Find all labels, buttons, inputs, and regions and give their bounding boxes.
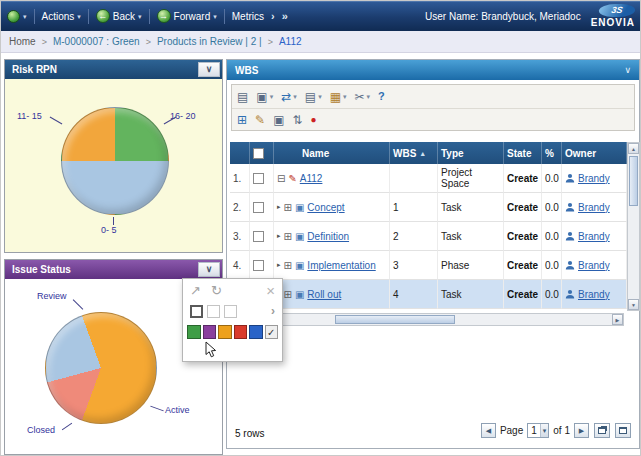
copy-button[interactable]: ▣ ▾ <box>256 91 273 103</box>
breadcrumb-current[interactable]: A112 <box>279 36 302 47</box>
owner-link[interactable]: Brandy <box>578 260 610 271</box>
expand-node-icon[interactable]: ⊞ <box>284 231 292 242</box>
breadcrumb-project-link[interactable]: M-0000007 : Green <box>53 36 140 47</box>
issue-pie-chart[interactable] <box>45 312 157 424</box>
sort-button[interactable]: ⇅ <box>292 114 302 126</box>
edit-button[interactable]: ✎ <box>255 114 265 126</box>
copy-icon: ▣ <box>256 91 267 103</box>
print-options-button[interactable]: ▤ ▾ <box>305 91 322 103</box>
scroll-down-button[interactable]: ▼ <box>628 299 639 310</box>
breadcrumb-home[interactable]: Home <box>9 36 36 47</box>
row-checkbox[interactable] <box>253 173 264 184</box>
color-swatch-red[interactable] <box>234 325 248 339</box>
style-option-selected[interactable] <box>190 305 203 318</box>
popout-window-button[interactable] <box>594 423 610 438</box>
state-column-header[interactable]: State <box>504 142 542 164</box>
toolbar-separator <box>88 9 89 24</box>
actions-menu-button[interactable]: Actions ▾ <box>42 11 81 22</box>
add-task-button[interactable]: ⊞ <box>237 114 247 126</box>
state-header-label: State <box>507 148 531 159</box>
page-select[interactable]: 1 ▾ <box>527 423 549 438</box>
back-arrow-icon: ← <box>96 9 110 23</box>
back-button[interactable]: ← Back ▾ <box>96 9 142 23</box>
table-row[interactable]: 1. ⊟ ✎ A112 Project Space Create 0.0 Bra… <box>230 164 627 193</box>
name-link[interactable]: Definition <box>307 231 349 242</box>
risk-pie-chart[interactable] <box>61 107 169 215</box>
name-link[interactable]: Roll out <box>307 289 341 300</box>
state-cell: Create <box>504 251 542 280</box>
row-number: 3. <box>230 222 250 251</box>
close-icon[interactable]: × <box>266 283 275 298</box>
style-option[interactable] <box>207 305 220 318</box>
breadcrumb-category-link[interactable]: Products in Review | 2 | <box>157 36 262 47</box>
popup-checkbox[interactable]: ✓ <box>265 325 279 339</box>
row-count-label: 5 rows <box>235 428 264 439</box>
more-tools-icon[interactable]: » <box>282 10 288 22</box>
wbs-column-header[interactable]: WBS ▲ <box>390 142 438 164</box>
color-swatch-green[interactable] <box>187 325 201 339</box>
table-row-selected[interactable]: 5. ▸ ⊞ ▣ Roll out 4 Task Create 0.0 Bran… <box>230 280 627 309</box>
collapse-node-icon[interactable]: ⊟ <box>277 173 285 184</box>
table-row[interactable]: 3. ▸ ⊞ ▣ Definition 2 Task Create 0.0 Br… <box>230 222 627 251</box>
expand-node-icon[interactable]: ⊞ <box>284 260 292 271</box>
owner-column-header[interactable]: Owner <box>562 142 627 164</box>
wbs-toolbar-row-1: ▤ ▣ ▾ ⇄ ▾ ▤ ▾ ▦ ▾ ✂ <box>232 85 634 109</box>
owner-link[interactable]: Brandy <box>578 202 610 213</box>
label-tick <box>73 299 84 310</box>
app-menu-button[interactable]: ▾ <box>7 10 27 23</box>
owner-link[interactable]: Brandy <box>578 231 610 242</box>
type-column-header[interactable]: Type <box>438 142 504 164</box>
table-row[interactable]: 2. ▸ ⊞ ▣ Concept 1 Task Create 0.0 Brand… <box>230 193 627 222</box>
color-swatch-blue[interactable] <box>249 325 263 339</box>
vertical-scrollbar[interactable]: ▲ ▼ <box>627 142 640 311</box>
percent-cell: 0.0 <box>542 222 562 251</box>
row-checkbox[interactable] <box>253 231 264 242</box>
chart-view-button[interactable]: ▦ ▾ <box>330 91 347 103</box>
table-row[interactable]: 4. ▸ ⊞ ▣ Implementation 3 Phase Create 0… <box>230 251 627 280</box>
collapse-panel-button[interactable]: ∨ <box>624 65 631 75</box>
color-swatch-purple[interactable] <box>203 325 217 339</box>
expand-node-icon[interactable]: ⊞ <box>284 202 292 213</box>
row-checkbox-cell <box>250 164 274 193</box>
row-checkbox[interactable] <box>253 202 264 213</box>
name-column-header[interactable]: Name <box>274 142 390 164</box>
metrics-button[interactable]: Metrics <box>232 11 264 22</box>
horizontal-scrollbar-thumb[interactable] <box>335 315 455 324</box>
duplicate-button[interactable]: ▣ <box>273 114 284 126</box>
export-button[interactable]: ⇄ ▾ <box>281 91 297 103</box>
collapse-panel-button[interactable]: ∨ <box>198 62 220 77</box>
scroll-right-button[interactable]: ▶ <box>612 314 623 325</box>
color-swatch-orange[interactable] <box>218 325 232 339</box>
name-link[interactable]: Implementation <box>307 260 375 271</box>
collapse-panel-button[interactable]: ∨ <box>198 262 220 277</box>
chevron-right-icon[interactable]: › <box>271 10 275 22</box>
maximize-window-icon <box>619 427 627 434</box>
chart-options-popup: ↗ ↻ × › ✓ <box>182 278 283 362</box>
chevron-right-icon[interactable]: › <box>271 304 275 318</box>
prev-page-button[interactable]: ◀ <box>481 423 496 438</box>
row-checkbox[interactable] <box>253 260 264 271</box>
name-link[interactable]: A112 <box>300 173 323 184</box>
owner-link[interactable]: Brandy <box>578 289 610 300</box>
maximize-panel-button[interactable] <box>615 423 631 438</box>
forward-button[interactable]: → Forward ▾ <box>157 9 217 23</box>
3ds-logo-icon: 3S <box>598 4 636 17</box>
style-option[interactable] <box>224 305 237 318</box>
next-page-button[interactable]: ▶ <box>574 423 589 438</box>
percent-column-header[interactable]: % <box>542 142 562 164</box>
refresh-icon[interactable]: ↻ <box>211 284 222 297</box>
name-link[interactable]: Concept <box>307 202 344 213</box>
help-button[interactable]: ? <box>378 91 385 102</box>
pie-slice-label: 11- 15 <box>17 111 42 121</box>
select-all-checkbox[interactable] <box>253 148 264 159</box>
print-button[interactable]: ▤ <box>237 91 248 103</box>
vertical-scrollbar-thumb[interactable] <box>629 156 638 206</box>
toolbar-separator <box>34 9 35 24</box>
expand-node-icon[interactable]: ⊞ <box>284 289 292 300</box>
open-in-new-window-icon[interactable]: ↗ <box>190 284 201 297</box>
owner-link[interactable]: Brandy <box>578 173 610 184</box>
scroll-up-button[interactable]: ▲ <box>628 143 639 154</box>
show-issues-button[interactable]: ● <box>311 115 317 125</box>
tools-button[interactable]: ✂ ▾ <box>355 91 371 103</box>
horizontal-scrollbar[interactable]: ◀ ▶ <box>230 313 624 326</box>
